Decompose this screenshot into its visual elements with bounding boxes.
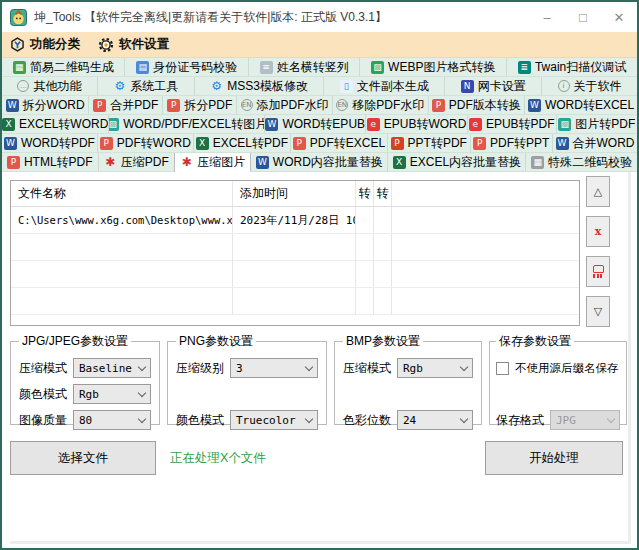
tab-add-pdf-watermark[interactable]: EN添加PDF水印 (237, 96, 333, 115)
tab-remove-pdf-watermark[interactable]: EN移除PDF水印 (333, 96, 429, 115)
compress-icon: ✱ (104, 156, 117, 169)
tab-pdf-to-word[interactable]: PPDF转WORD (98, 134, 194, 153)
excel-icon: X (196, 137, 209, 150)
pdf-icon: P (473, 137, 486, 150)
tab-network-settings[interactable]: N网卡设置 (445, 77, 542, 96)
tab-split-word[interactable]: W拆分WORD (2, 96, 89, 115)
tab-pdf-to-excel[interactable]: PPDF转EXCEL (291, 134, 388, 153)
file-copy-icon: ▯ (340, 80, 353, 93)
window-controls: – □ ✕ (529, 2, 637, 32)
epub-icon: e (469, 118, 482, 131)
title-bar: 坤_Tools 【软件完全离线|更新请看关于软件|版本: 正式版 V0.3.1】… (2, 2, 637, 32)
tab-other-functions[interactable]: …其他功能 (2, 77, 98, 96)
tab-merge-pdf[interactable]: P合并PDF (89, 96, 163, 115)
tab-name-transpose[interactable]: ≡姓名横转竖列 (249, 58, 360, 77)
tab-label: EXCEL转PDF (213, 135, 288, 152)
compress-icon: ✱ (180, 156, 193, 169)
tab-label: 其他功能 (33, 78, 81, 95)
tab-page-compress-image: 文件名称 添加时间 转 转 C:\Users\www.x6g.com\Deskt… (2, 172, 637, 548)
tab-system-tools[interactable]: ⚙系统工具 (98, 77, 195, 96)
tab-row: PHTML转PDF✱压缩PDF✱压缩图片WWORD内容批量替换XEXCEL内容批… (2, 153, 637, 172)
tab-compress-pdf[interactable]: ✱压缩PDF (99, 153, 175, 172)
pdf-icon: P (293, 137, 306, 150)
tab-word-to-pdf[interactable]: WWORD转PDF (2, 134, 98, 153)
tab-special-qr-check[interactable]: ▦特殊二维码校验 (526, 153, 637, 172)
tab-label: Twain扫描仪调试 (535, 59, 626, 76)
tab-label: 合并PDF (110, 97, 158, 114)
maximize-button[interactable]: □ (565, 2, 601, 32)
word-icon: W (265, 118, 278, 131)
tab-label: 压缩图片 (197, 154, 245, 171)
tab-excel-to-word[interactable]: XEXCEL转WORD (2, 115, 109, 134)
epub-icon: e (367, 118, 380, 131)
pdf-icon: P (432, 99, 445, 112)
pdf-icon: P (167, 99, 180, 112)
tab-qr-generate[interactable]: ▦简易二维码生成 (2, 58, 125, 77)
word-icon: W (256, 156, 269, 169)
brush-icon (592, 265, 605, 278)
tab-label: 图片转PDF (575, 116, 635, 133)
tab-label: EPUB转WORD (384, 116, 467, 133)
word-icon: W (528, 99, 541, 112)
tab-word-to-epub[interactable]: WWORD转EPUB (265, 115, 366, 134)
tab-label: 文件副本生成 (357, 78, 429, 95)
category-icon (10, 37, 25, 52)
tab-excel-to-pdf[interactable]: XEXCEL转PDF (194, 134, 291, 153)
word-icon: W (6, 99, 19, 112)
tab-word-to-excel[interactable]: WWORD转EXCEL (525, 96, 637, 115)
image-icon: ▨ (558, 118, 571, 131)
tab-html-to-pdf[interactable]: PHTML转PDF (2, 153, 99, 172)
tab-row: …其他功能⚙系统工具⚙MSS3模板修改▯文件副本生成N网卡设置i关于软件 (2, 77, 637, 96)
software-settings-button[interactable]: 软件设置 (98, 36, 169, 53)
tab-merge-word[interactable]: W合并WORD (553, 134, 637, 153)
tab-file-copy[interactable]: ▯文件副本生成 (324, 77, 445, 96)
tab-mss3-template[interactable]: ⚙MSS3模板修改 (195, 77, 325, 96)
transpose-icon: ≡ (260, 61, 273, 74)
minimize-button[interactable]: – (529, 2, 565, 32)
window-title: 坤_Tools 【软件完全离线|更新请看关于软件|版本: 正式版 V0.3.1】 (34, 9, 387, 26)
word-icon: W (4, 137, 17, 150)
function-category-button[interactable]: 功能分类 (10, 36, 80, 53)
tab-label: PDF转EXCEL (310, 135, 385, 152)
tab-label: PDF版本转换 (449, 97, 521, 114)
image-icon: ▨ (371, 61, 384, 74)
tab-twain-debug[interactable]: ≣Twain扫描仪调试 (507, 58, 637, 77)
tab-label: 姓名横转竖列 (277, 59, 349, 76)
close-button[interactable]: ✕ (601, 2, 637, 32)
tab-label: WORD转EPUB (282, 116, 365, 133)
tab-label: WORD内容批量替换 (273, 154, 383, 171)
settings-gear-icon (98, 37, 114, 53)
app-window: 坤_Tools 【软件完全离线|更新请看关于软件|版本: 正式版 V0.3.1】… (0, 0, 639, 550)
tab-compress-image[interactable]: ✱压缩图片 (175, 153, 251, 172)
tab-epub-to-pdf[interactable]: eEPUB转PDF (468, 115, 557, 134)
tab-label: 移除PDF水印 (352, 97, 424, 114)
tab-epub-to-word[interactable]: eEPUB转WORD (366, 115, 467, 134)
tab-label: 拆分WORD (23, 97, 85, 114)
tab-pdf-version-convert[interactable]: PPDF版本转换 (429, 96, 526, 115)
tab-office-to-image[interactable]: ▨WORD/PDF/EXCEL转图片 (109, 115, 265, 134)
scanner-icon: ≣ (518, 61, 531, 74)
tab-webp-convert[interactable]: ▨WEBP图片格式转换 (360, 58, 507, 77)
tab-pdf-to-ppt[interactable]: PPDF转PPT (471, 134, 554, 153)
gear-icon: ⚙ (113, 80, 126, 93)
gear-icon: ⚙ (210, 80, 223, 93)
tab-label: PDF转PPT (490, 135, 549, 152)
watermark-icon: EN (241, 99, 253, 111)
tab-label: EXCEL内容批量替换 (410, 154, 521, 171)
tab-image-to-pdf[interactable]: ▨图片转PDF (557, 115, 637, 134)
tab-label: 特殊二维码校验 (548, 154, 632, 171)
tab-id-check[interactable]: ▤身份证号码校验 (125, 58, 248, 77)
tab-ppt-to-pdf[interactable]: PPPT转PDF (388, 134, 471, 153)
word-icon: W (556, 137, 569, 150)
tab-split-pdf[interactable]: P拆分PDF (163, 96, 237, 115)
pdf-icon: P (93, 99, 106, 112)
tab-label: WORD/PDF/EXCEL转图片 (123, 116, 265, 133)
tab-label: 简易二维码生成 (30, 59, 114, 76)
tab-about[interactable]: i关于软件 (542, 77, 637, 96)
excel-icon: X (2, 118, 15, 131)
network-icon: N (461, 80, 474, 93)
excel-icon: X (393, 156, 406, 169)
tab-label: PPT转PDF (408, 135, 467, 152)
tab-word-batch-replace[interactable]: WWORD内容批量替换 (251, 153, 388, 172)
tab-excel-batch-replace[interactable]: XEXCEL内容批量替换 (388, 153, 526, 172)
